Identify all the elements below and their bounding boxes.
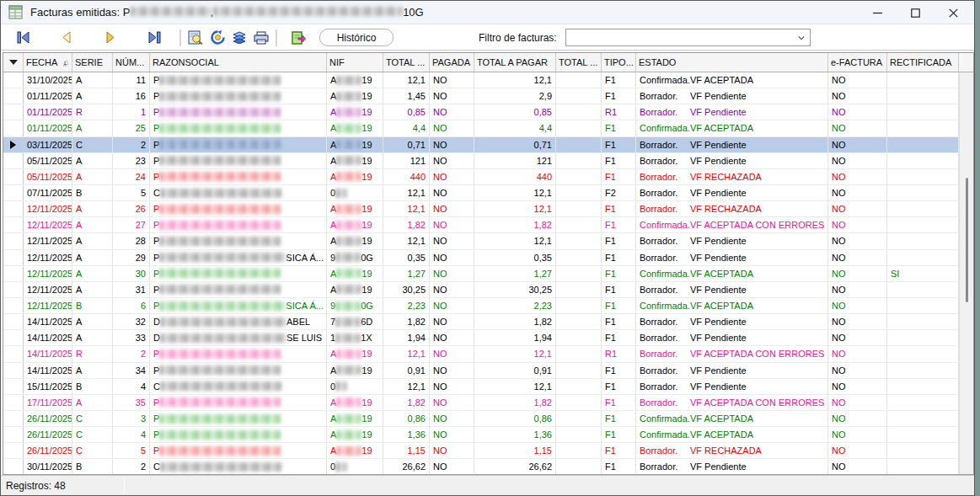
table-row[interactable]: 12/11/2025A30PA191,27NO1,27F1Confirmada.… [3, 266, 959, 282]
column-header-efactura[interactable]: e-FACTURA [828, 53, 887, 72]
table-row[interactable]: 12/11/2025A26PA1912,1NO12,1F1Borrador.VF… [3, 201, 959, 217]
cell-total_a_pagar: 0,35 [474, 250, 556, 265]
table-row[interactable]: 17/11/2025A35PA191,82NO1,82F1Borrador.VF… [3, 395, 959, 411]
first-record-button[interactable] [12, 28, 34, 48]
cell-razon: P [150, 233, 327, 248]
filter-layers-button[interactable] [228, 28, 250, 48]
cell-serie: A [72, 120, 113, 136]
cell-total: 12,1 [383, 185, 430, 200]
table-row[interactable]: 12/11/2025A27PA191,82NO1,82F1Confirmada.… [3, 217, 959, 233]
table-row[interactable]: 30/11/2025B2C026,62NO26,62F1Borrador.VF … [3, 459, 959, 474]
table-row[interactable]: 26/11/2025C5PA191,15NO1,15F1Borrador.VF … [3, 443, 959, 459]
cell-fecha: 26/11/2025 [24, 411, 72, 426]
column-header-label: e-FACTURA [831, 57, 882, 67]
grid-filter-dropdown[interactable] [3, 53, 24, 72]
column-header-label: RECTIFICADA [890, 57, 951, 67]
minimize-button[interactable] [859, 1, 897, 24]
cell-num: 6 [113, 298, 150, 313]
cell-fecha: 31/10/2025 [24, 72, 72, 88]
cell-nif: A19 [327, 72, 383, 88]
table-row[interactable]: 12/11/2025A29PSICA Á...90G0,35NO0,35F1Bo… [3, 250, 959, 266]
row-indicator [3, 330, 24, 345]
cell-pagada: NO [430, 411, 474, 426]
cell-rectificada [887, 169, 959, 184]
cell-total_a_pagar: 0,86 [474, 411, 556, 426]
cell-num: 24 [113, 169, 150, 184]
redacted-text [336, 349, 361, 359]
column-header-total_a_pagar[interactable]: TOTAL A PAGAR [474, 53, 556, 72]
table-row[interactable]: 12/11/2025B6PSICA Á...90G2,23NO2,23F1Con… [3, 298, 959, 314]
filter-group: Filtro de facturas: [479, 29, 811, 46]
cell-rectificada [887, 72, 959, 88]
table-row[interactable]: 14/11/2025A34PA190,91NO0,91F1Borrador.VF… [3, 363, 959, 379]
cell-estado: Confirmada.VF ACEPTADA [636, 72, 828, 88]
cell-serie: A [72, 282, 113, 297]
scrollbar-thumb[interactable] [966, 178, 968, 302]
row-indicator [3, 153, 24, 168]
table-row[interactable]: 14/11/2025A32DABEL76D1,82NO1,82F1Borrado… [3, 314, 959, 330]
cell-tipo: F1 [602, 379, 636, 394]
table-row[interactable]: 14/11/2025R2PA1912,1NO12,1R1Borrador.VF … [3, 346, 959, 362]
redacted-text [336, 124, 361, 133]
column-header-tipo[interactable]: TIPO... [602, 53, 636, 72]
column-header-fecha[interactable]: FECHA1 [24, 53, 72, 72]
cell-serie: C [72, 443, 113, 458]
refresh-button[interactable] [206, 28, 228, 48]
export-button[interactable] [287, 28, 309, 48]
cell-num: 31 [113, 282, 150, 297]
column-header-serie[interactable]: SERIE [72, 53, 113, 72]
cell-serie: A [72, 217, 113, 232]
previous-record-button[interactable] [56, 28, 78, 48]
redacted-text [159, 108, 281, 117]
table-row[interactable]: 05/11/2025A24PA19440NO440F1Borrador.VF R… [3, 169, 959, 185]
column-header-total[interactable]: TOTAL ... [383, 53, 430, 72]
historico-button[interactable]: Histórico [319, 29, 394, 46]
table-row[interactable]: 05/11/2025A23PA19121NO121F1Borrador.VF P… [3, 153, 959, 169]
table-row[interactable]: 31/10/2025A11PA1912,1NO12,1F1Confirmada.… [3, 72, 959, 88]
cell-nif: A19 [327, 363, 383, 378]
search-button[interactable] [185, 28, 206, 48]
column-header-total2[interactable]: TOTAL ... [556, 53, 602, 72]
table-row[interactable]: 15/11/2025B4C012,1NO12,1F1Borrador.VF Pe… [3, 379, 959, 395]
table-row[interactable]: 01/11/2025A16PA191,45NO2,9F1Borrador.VF … [3, 88, 959, 104]
cell-nif: 0 [327, 459, 383, 474]
column-header-razon[interactable]: RAZONSOCIAL [150, 53, 327, 72]
cell-serie: A [72, 266, 113, 281]
table-row[interactable]: 12/11/2025A31PA1930,25NO30,25F1Borrador.… [3, 282, 959, 298]
status-bar: Registros: 48 [1, 475, 974, 495]
column-header-pagada[interactable]: PAGADA [430, 53, 474, 72]
last-record-button[interactable] [143, 28, 165, 48]
cell-total: 440 [383, 169, 430, 184]
column-header-rectificada[interactable]: RECTIFICADA [887, 53, 959, 72]
vertical-scrollbar[interactable] [959, 72, 973, 474]
cell-razon: P [150, 169, 327, 184]
column-header-label: TOTAL ... [386, 57, 425, 67]
row-indicator [3, 379, 24, 394]
cell-total: 1,82 [383, 314, 430, 329]
toolbar-separator [276, 29, 277, 46]
cell-nif: A19 [327, 88, 383, 104]
cell-tipo: F1 [602, 233, 636, 248]
table-row[interactable]: 12/11/2025A28PA1912,1NO12,1F1Borrador.VF… [3, 233, 959, 249]
close-button[interactable] [934, 1, 972, 24]
table-row[interactable]: 26/11/2025C3PA190,86NO0,86F1Confirmada.V… [3, 411, 959, 427]
maximize-button[interactable] [897, 1, 934, 24]
cell-tipo: F1 [602, 169, 636, 184]
table-row[interactable]: 26/11/2025C4PA191,36NO1,36F1Confirmada.V… [3, 427, 959, 443]
cell-nif: A19 [327, 233, 383, 248]
next-record-button[interactable] [99, 28, 121, 48]
column-header-estado[interactable]: ESTADO [636, 53, 828, 72]
column-header-nif[interactable]: NIF [327, 53, 383, 72]
cell-rectificada [887, 185, 959, 200]
table-row[interactable]: 01/11/2025A25PA194,4NO4,4F1Confirmada.VF… [3, 120, 959, 136]
redacted-text [159, 414, 281, 424]
table-row[interactable]: 01/11/2025R1PA190,85NO0,85R1Borrador.VF … [3, 104, 959, 120]
table-row[interactable]: 14/11/2025A33DSE LUIS11X1,94NO1,94F1Borr… [3, 330, 959, 346]
cell-tipo: F1 [602, 363, 636, 378]
cell-tipo: F1 [602, 411, 636, 426]
print-button[interactable] [250, 28, 272, 48]
table-row[interactable]: 07/11/2025B5C012,1NO12,1F2Borrador.VF Pe… [3, 185, 959, 201]
column-header-num[interactable]: NÚM... [113, 53, 150, 72]
filter-combobox[interactable] [565, 29, 811, 46]
table-row[interactable]: 03/11/2025C2PA190,71NO0,71F1Borrador.VF … [3, 137, 959, 153]
